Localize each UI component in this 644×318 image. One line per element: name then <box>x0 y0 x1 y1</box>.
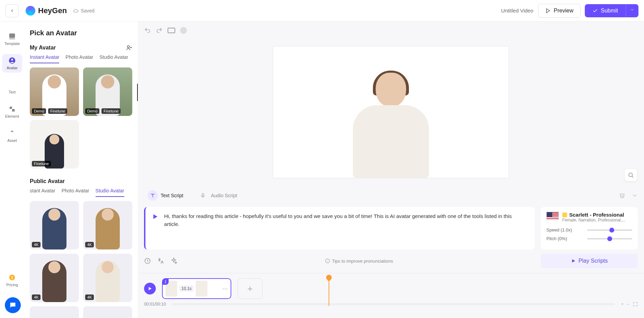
translate-button[interactable] <box>157 257 164 264</box>
svg-point-5 <box>10 107 12 109</box>
timeline-scrubber[interactable] <box>172 303 615 305</box>
canvas-toolbar <box>138 21 644 39</box>
public-avatar-card[interactable] <box>30 306 79 318</box>
zoom-in-button[interactable]: + <box>621 302 624 307</box>
delete-script-button[interactable] <box>619 192 625 199</box>
nav-template[interactable]: Template <box>2 30 22 48</box>
nav-template-label: Template <box>5 42 20 46</box>
tab-public-photo[interactable]: Photo Avatar <box>62 188 89 197</box>
my-avatar-card[interactable]: Demo Finetune <box>83 67 132 116</box>
add-clip-button[interactable]: + <box>238 278 262 299</box>
aspect-button[interactable] <box>168 28 175 33</box>
script-textbox[interactable]: Hi, thanks for reading this article - ho… <box>144 207 535 249</box>
play-outline-icon <box>545 8 551 13</box>
pitch-slider[interactable] <box>587 238 632 239</box>
ai-button[interactable] <box>170 257 177 264</box>
svg-rect-2 <box>9 38 15 39</box>
nav-text[interactable]: Text <box>2 78 22 97</box>
expand-icon <box>633 302 638 307</box>
play-scripts-button[interactable]: Play Scripts <box>541 254 638 268</box>
svg-text:$: $ <box>11 275 13 280</box>
timeline-clip[interactable]: 1 10.1s ⋯ <box>162 278 231 299</box>
panel-title: Pick an Avatar <box>30 29 132 37</box>
left-nav: Template Avatar Text Element Asset $ Pri… <box>0 21 24 318</box>
tab-public-studio[interactable]: Studio Avatar <box>96 188 124 197</box>
nav-asset[interactable]: Asset <box>2 127 22 145</box>
play-scripts-label: Play Scripts <box>579 258 608 264</box>
zoom-search-button[interactable] <box>625 169 637 181</box>
avatar-panel: Pick an Avatar My Avatar Instant Avatar … <box>24 21 138 318</box>
avatar-preview[interactable] <box>348 71 434 178</box>
element-icon <box>8 105 16 113</box>
svg-point-10 <box>629 173 633 177</box>
svg-point-9 <box>127 46 129 48</box>
speed-slider[interactable] <box>587 229 632 231</box>
check-icon <box>592 8 598 13</box>
my-avatar-title: My Avatar <box>30 45 56 51</box>
saved-label: Saved <box>81 8 95 13</box>
submit-dropdown-button[interactable] <box>626 4 638 17</box>
text-icon <box>8 81 16 89</box>
pronunciation-tips[interactable]: Tips to improve pronunciations <box>325 258 393 264</box>
public-avatar-card[interactable] <box>83 306 132 318</box>
public-avatar-card[interactable]: 4K <box>30 254 79 302</box>
duration-button[interactable] <box>144 257 151 264</box>
text-script-label: Text Script <box>161 193 183 198</box>
clip-number: 1 <box>162 279 169 285</box>
tab-photo-avatar[interactable]: Photo Avatar <box>65 54 93 63</box>
tab-studio-avatar[interactable]: Studio Avatar <box>99 54 128 63</box>
video-title[interactable]: Untitled Video <box>501 8 533 13</box>
speed-label: Speed (1.0x) <box>546 227 572 233</box>
badge-4k: 4K <box>85 242 94 247</box>
redo-button[interactable] <box>156 27 163 34</box>
public-avatar-card[interactable]: 4K <box>30 201 79 249</box>
preview-label: Preview <box>554 8 573 14</box>
my-avatar-card[interactable]: Finetune <box>30 120 79 169</box>
timeline: 1 10.1s ⋯ + 00:01/00:10 + − <box>138 273 644 310</box>
clip-menu-button[interactable]: ⋯ <box>222 285 228 292</box>
tab-instant-avatar[interactable]: Instant Avatar <box>30 54 59 63</box>
badge-finetune: Finetune <box>48 108 67 114</box>
nav-element-label: Element <box>5 114 19 118</box>
badge-4k: 4K <box>85 294 94 300</box>
audio-script-tab[interactable]: Audio Script <box>194 188 240 203</box>
collapse-script-button[interactable] <box>632 192 638 199</box>
text-script-tab[interactable]: Text Script <box>144 188 187 203</box>
nav-text-label: Text <box>9 90 16 94</box>
us-flag-icon <box>546 212 559 220</box>
svg-marker-0 <box>547 9 550 13</box>
bg-toggle-button[interactable] <box>180 27 187 34</box>
translate-icon <box>157 257 164 264</box>
timeline-play-button[interactable] <box>144 283 156 294</box>
support-chat-button[interactable] <box>5 297 21 313</box>
video-canvas[interactable] <box>273 46 509 178</box>
back-button[interactable] <box>6 4 19 17</box>
sparkle-icon <box>170 257 177 264</box>
submit-button[interactable]: Submit <box>585 4 626 17</box>
canvas-area: Text Script Audio Script Hi, thanks for … <box>138 21 644 318</box>
brand-logo: HeyGen <box>26 6 67 16</box>
my-avatar-card[interactable]: Demo Finetune <box>30 67 79 116</box>
voice-badge-icon <box>562 212 567 217</box>
public-avatar-tabs: stant Avatar Photo Avatar Studio Avatar <box>30 188 132 197</box>
search-icon <box>628 172 634 178</box>
chevron-down-icon <box>632 192 638 199</box>
nav-element[interactable]: Element <box>2 102 22 121</box>
nav-pricing[interactable]: $ Pricing <box>6 274 18 287</box>
public-avatar-card[interactable]: 4K <box>83 201 132 249</box>
preview-button[interactable]: Preview <box>538 4 581 18</box>
zoom-out-button[interactable]: − <box>627 302 629 307</box>
tips-label: Tips to improve pronunciations <box>332 258 393 264</box>
nav-avatar[interactable]: Avatar <box>2 54 22 73</box>
tab-public-instant[interactable]: stant Avatar <box>30 188 55 197</box>
public-avatar-card[interactable]: 4K <box>83 254 132 302</box>
zoom-fit-button[interactable] <box>633 302 638 307</box>
svg-marker-13 <box>153 214 158 219</box>
voice-selector[interactable]: Scarlett - Professional Female, Narratio… <box>546 212 632 222</box>
add-avatar-button[interactable] <box>126 45 132 51</box>
coin-icon: $ <box>8 274 16 281</box>
play-script-inline-button[interactable] <box>152 213 160 221</box>
badge-demo: Demo <box>85 108 99 114</box>
script-text[interactable]: Hi, thanks for reading this article - ho… <box>164 212 528 244</box>
undo-button[interactable] <box>144 27 151 34</box>
